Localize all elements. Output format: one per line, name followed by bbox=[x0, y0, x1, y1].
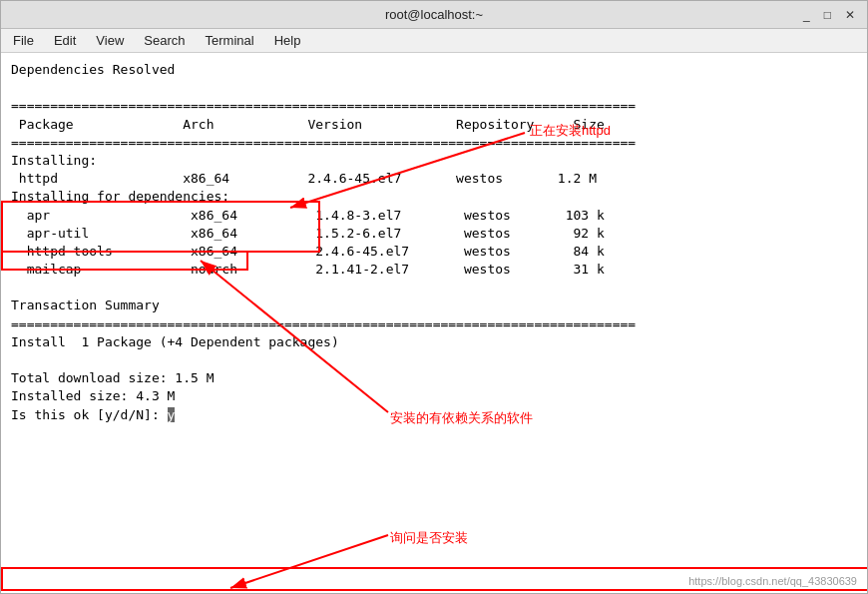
menu-search[interactable]: Search bbox=[136, 31, 193, 50]
minimize-button[interactable]: _ bbox=[799, 8, 814, 22]
menu-bar: File Edit View Search Terminal Help bbox=[1, 29, 867, 53]
menu-file[interactable]: File bbox=[5, 31, 42, 50]
table-header: Package Arch Version Repository Size bbox=[11, 117, 605, 132]
prompt-input[interactable]: y bbox=[168, 407, 176, 422]
apr-row: apr x86_64 1.4.8-3.el7 westos 103 k bbox=[11, 208, 605, 223]
terminal-body: Dependencies Resolved ==================… bbox=[1, 53, 867, 593]
deps-resolved-label: Dependencies Resolved bbox=[11, 62, 175, 77]
window-controls: _ □ ✕ bbox=[799, 8, 859, 22]
installing-deps-label: Installing for dependencies: bbox=[11, 189, 229, 204]
mailcap-row: mailcap noarch 2.1.41-2.el7 westos 31 k bbox=[11, 262, 605, 277]
apr-util-row: apr-util x86_64 1.5.2-6.el7 westos 92 k bbox=[11, 226, 605, 241]
menu-terminal[interactable]: Terminal bbox=[198, 31, 262, 50]
terminal-window: root@localhost:~ _ □ ✕ File Edit View Se… bbox=[0, 0, 868, 594]
terminal-content: Dependencies Resolved ==================… bbox=[11, 61, 857, 424]
menu-edit[interactable]: Edit bbox=[46, 31, 84, 50]
maximize-button[interactable]: □ bbox=[820, 8, 835, 22]
watermark: https://blog.csdn.net/qq_43830639 bbox=[688, 575, 857, 587]
title-bar: root@localhost:~ _ □ ✕ bbox=[1, 1, 867, 29]
transaction-summary-label: Transaction Summary bbox=[11, 297, 160, 312]
httpd-row: httpd x86_64 2.4.6-45.el7 westos 1.2 M bbox=[11, 171, 597, 186]
menu-view[interactable]: View bbox=[88, 31, 132, 50]
separator-1: ========================================… bbox=[11, 98, 636, 113]
prompt-annotation-text: 询问是否安装 bbox=[390, 530, 468, 545]
install-line: Install 1 Package (+4 Dependent packages… bbox=[11, 334, 339, 349]
installed-size: Installed size: 4.3 M bbox=[11, 388, 175, 403]
installing-label: Installing: bbox=[11, 153, 97, 168]
total-size: Total download size: 1.5 M bbox=[11, 370, 215, 385]
close-button[interactable]: ✕ bbox=[841, 8, 859, 22]
prompt-line[interactable]: Is this ok [y/d/N]: y bbox=[11, 407, 175, 422]
window-title: root@localhost:~ bbox=[69, 7, 799, 22]
separator-2: ========================================… bbox=[11, 135, 636, 150]
separator-3: ========================================… bbox=[11, 316, 636, 331]
menu-help[interactable]: Help bbox=[266, 31, 309, 50]
prompt-arrow bbox=[230, 535, 388, 588]
httpd-tools-row: httpd-tools x86_64 2.4.6-45.el7 westos 8… bbox=[11, 244, 605, 259]
